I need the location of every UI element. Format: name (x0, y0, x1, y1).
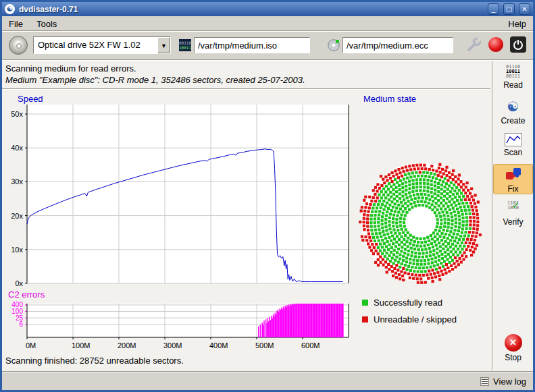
svg-text:0x: 0x (15, 279, 23, 287)
svg-text:400: 400 (11, 301, 23, 308)
yinyang-icon: ☯ (493, 99, 533, 115)
minimize-button[interactable]: _ (488, 3, 499, 15)
svg-text:25: 25 (16, 314, 24, 322)
svg-text:6: 6 (19, 320, 23, 328)
menu-file[interactable]: File (2, 17, 30, 31)
svg-text:100: 100 (11, 308, 23, 315)
status-line2: Medium "Example disc": CD-R mode 1, 3524… (5, 75, 305, 85)
svg-text:20x: 20x (11, 212, 23, 220)
puzzle-icon (505, 167, 522, 183)
status-line1: Scanning medium for read errors. (5, 63, 136, 74)
svg-text:0M: 0M (26, 341, 36, 349)
verify-button[interactable]: 1101 1010 ✓ Verify (493, 199, 533, 227)
legend-green-swatch (362, 300, 368, 306)
scan-chart-icon (505, 133, 522, 146)
stop-button[interactable]: ✕ Stop (493, 332, 533, 362)
svg-text:200M: 200M (118, 341, 136, 349)
legend-unreadable: Unreadable / skipped (362, 314, 457, 325)
svg-text:400M: 400M (209, 341, 228, 349)
window-title: dvdisaster-0.71 (19, 5, 484, 14)
titlebar[interactable]: ☯ dvdisaster-0.71 _ ▢ ✕ (2, 2, 533, 16)
separator (2, 88, 490, 90)
legend-read: Successfully read (362, 298, 442, 308)
svg-text:30x: 30x (11, 177, 23, 186)
ecc-file-icon (328, 39, 340, 51)
menu-help[interactable]: Help (501, 17, 533, 31)
image-file-icon: 00110 10011 (179, 39, 191, 51)
scan-button[interactable]: Scan (493, 131, 533, 157)
toolbar: Optical drive 52X FW 1.02 ▼ 00110 10011 … (2, 31, 533, 59)
read-button[interactable]: 01110 10011 00111 Read (493, 63, 533, 90)
stop-x-icon: ✕ (505, 334, 522, 352)
chevron-down-icon[interactable]: ▼ (157, 37, 170, 53)
verify-icon: 1101 1010 ✓ (503, 201, 524, 211)
quit-power-icon[interactable] (510, 36, 526, 53)
drive-icon-button[interactable] (9, 36, 28, 55)
medium-state-disc (357, 155, 486, 290)
fix-button[interactable]: Fix (493, 164, 533, 194)
log-list-icon (480, 377, 489, 386)
app-icon: ☯ (5, 4, 15, 14)
svg-text:100M: 100M (72, 341, 91, 349)
view-log-button[interactable]: View log (493, 376, 526, 387)
help-icon[interactable] (488, 37, 503, 52)
statusbar: View log (2, 372, 533, 390)
menu-tools[interactable]: Tools (30, 17, 63, 31)
svg-text:500M: 500M (255, 341, 274, 349)
svg-text:600M: 600M (301, 341, 320, 349)
iso-path-input[interactable]: /var/tmp/medium.iso (194, 37, 310, 53)
drive-select-value: Optical drive 52X FW 1.02 (34, 37, 157, 53)
svg-text:50x: 50x (11, 110, 23, 118)
create-button[interactable]: ☯ Create (493, 96, 533, 125)
drive-select[interactable]: Optical drive 52X FW 1.02 ▼ (33, 36, 171, 54)
svg-text:300M: 300M (163, 341, 182, 349)
check-icon: ✓ (513, 202, 519, 207)
svg-text:10x: 10x (11, 246, 23, 254)
read-icon: 01110 10011 00111 (493, 65, 533, 79)
svg-text:40x: 40x (11, 144, 23, 152)
status-finished: Scanning finished: 28752 unreadable sect… (5, 356, 184, 366)
preferences-wrench-icon[interactable] (465, 36, 482, 53)
close-button[interactable]: ✕ (519, 3, 530, 15)
ecc-path-input[interactable]: /var/tmp/medium.ecc (342, 37, 453, 53)
menubar: File Tools Help (2, 16, 533, 31)
cd-hole-icon (16, 43, 22, 49)
legend-red-swatch (362, 316, 368, 323)
maximize-button[interactable]: ▢ (503, 3, 515, 15)
